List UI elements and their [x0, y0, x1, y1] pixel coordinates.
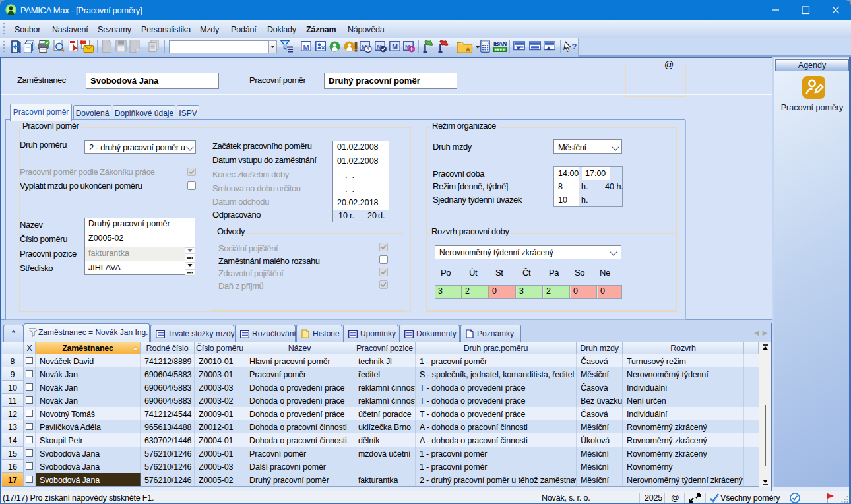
svg-text:?: ?	[572, 42, 577, 51]
svg-text:M: M	[392, 43, 398, 51]
svg-text:IBAN: IBAN	[493, 40, 507, 47]
svg-text:M: M	[303, 44, 309, 51]
